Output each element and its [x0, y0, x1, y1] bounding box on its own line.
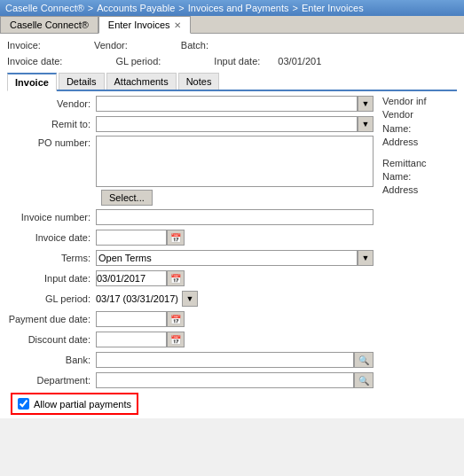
- batch-label: Batch:: [181, 40, 208, 51]
- title-invoices-payments: Invoices and Payments: [188, 3, 289, 13]
- vendor-info-address: Address: [382, 136, 457, 149]
- form-right: Vendor inf Vendor Name: Address Remittan…: [377, 95, 457, 415]
- tab-details[interactable]: Details: [59, 73, 105, 90]
- remit-to-input[interactable]: [96, 116, 358, 132]
- remit-info: Remittanc Name: Address: [382, 157, 457, 198]
- invoice-date-input[interactable]: [96, 230, 167, 246]
- invoice-number-input[interactable]: [96, 209, 374, 225]
- gl-period-value: 03/17 (03/31/2017): [96, 293, 178, 304]
- input-date-input[interactable]: [96, 270, 167, 286]
- discount-date-row: Discount date: 📅: [7, 331, 374, 348]
- vendor-row: Vendor: ▼: [7, 95, 374, 113]
- payment-due-date-input[interactable]: [96, 311, 167, 327]
- remit-info-address: Address: [382, 183, 457, 197]
- vendor-info-name: Name:: [382, 122, 457, 136]
- gl-period-label-info: GL period:: [115, 56, 161, 66]
- select-row: Select...: [7, 190, 374, 206]
- remit-info-name: Name:: [382, 170, 457, 183]
- title-enter-invoices: Enter Invoices: [302, 3, 364, 13]
- tab-caselle-connect[interactable]: Caselle Connect®: [0, 16, 98, 33]
- select-button[interactable]: Select...: [101, 190, 153, 206]
- input-date-row: Input date: 📅: [7, 269, 374, 287]
- payment-due-date-calendar-btn[interactable]: 📅: [167, 311, 185, 327]
- allow-partial-checkbox[interactable]: [18, 398, 29, 410]
- vendor-label: Vendor:: [7, 98, 96, 109]
- vendor-dropdown-btn[interactable]: ▼: [358, 96, 374, 112]
- tab-enter-invoices-label: Enter Invoices: [108, 20, 170, 30]
- remit-to-dropdown-btn[interactable]: ▼: [358, 116, 374, 132]
- department-label: Department:: [7, 375, 96, 386]
- gl-period-field-label: GL period:: [7, 293, 96, 304]
- allow-partial-label: Allow partial payments: [34, 399, 131, 410]
- tab-attachments[interactable]: Attachments: [106, 73, 177, 90]
- input-date-calendar-btn[interactable]: 📅: [167, 270, 185, 286]
- vendor-info-vendor: Vendor: [382, 108, 457, 121]
- invoice-number-row: Invoice number:: [7, 208, 374, 226]
- sep3: >: [293, 3, 298, 13]
- form-area: Vendor: ▼ Remit to: ▼ PO number: Select.…: [7, 95, 457, 415]
- tab-bar: Caselle Connect® Enter Invoices ✕: [0, 16, 464, 34]
- allow-partial-row[interactable]: Allow partial payments: [11, 393, 138, 415]
- terms-row: Terms: Open Terms ▼: [7, 249, 374, 267]
- input-date-label: Input date:: [214, 56, 260, 66]
- sep2: >: [178, 3, 184, 13]
- bank-label: Bank:: [7, 355, 96, 365]
- bank-row: Bank: 🔍: [7, 351, 374, 369]
- po-number-row: PO number:: [7, 136, 374, 187]
- payment-due-date-row: Payment due date: 📅: [7, 310, 374, 328]
- po-number-textarea[interactable]: [96, 136, 374, 187]
- tab-notes[interactable]: Notes: [178, 73, 220, 90]
- tab-enter-invoices[interactable]: Enter Invoices ✕: [98, 16, 191, 34]
- input-date-field-label: Input date:: [7, 273, 96, 284]
- department-input[interactable]: [96, 372, 354, 388]
- invoice-date-label: Invoice date:: [7, 56, 62, 66]
- terms-dropdown-icon[interactable]: ▼: [358, 250, 374, 266]
- payment-due-date-label: Payment due date:: [7, 314, 96, 324]
- tab-invoice[interactable]: Invoice: [7, 73, 57, 91]
- close-icon[interactable]: ✕: [174, 20, 181, 30]
- form-left: Vendor: ▼ Remit to: ▼ PO number: Select.…: [7, 95, 377, 415]
- title-caselle: Caselle Connect®: [5, 3, 84, 13]
- po-number-label: PO number:: [7, 136, 96, 148]
- invoice-date-row: Invoice date: 📅: [7, 229, 374, 246]
- info-row: Invoice: Vendor: Batch:: [7, 37, 457, 53]
- department-search-btn[interactable]: 🔍: [354, 372, 374, 388]
- invoice-number-label: Invoice number:: [7, 212, 96, 222]
- section-tabs: Invoice Details Attachments Notes: [7, 73, 457, 91]
- remit-to-label: Remit to:: [7, 119, 96, 129]
- remit-info-title: Remittanc: [382, 157, 457, 170]
- main-area: Invoice: Vendor: Batch: Invoice date: GL…: [0, 34, 464, 418]
- discount-date-label: Discount date:: [7, 334, 96, 345]
- gl-period-dropdown-btn[interactable]: ▼: [182, 291, 198, 307]
- gl-period-row: GL period: 03/17 (03/31/2017) ▼: [7, 290, 374, 308]
- remit-to-row: Remit to: ▼: [7, 115, 374, 133]
- terms-label: Terms:: [7, 253, 96, 263]
- title-ap: Accounts Payable: [97, 3, 175, 13]
- invoice-label: Invoice:: [7, 40, 41, 51]
- discount-date-calendar-btn[interactable]: 📅: [167, 332, 185, 347]
- vendor-label-info: Vendor:: [94, 40, 128, 51]
- invoice-date-field-label: Invoice date:: [7, 232, 96, 243]
- tab-caselle-label: Caselle Connect®: [10, 20, 89, 30]
- input-date-value: 03/01/201: [278, 56, 321, 66]
- discount-date-input[interactable]: [96, 332, 167, 347]
- bank-search-btn[interactable]: 🔍: [354, 352, 374, 368]
- vendor-input[interactable]: [96, 96, 358, 112]
- vendor-info-title: Vendor inf: [382, 95, 457, 108]
- invoice-date-calendar-btn[interactable]: 📅: [167, 230, 185, 246]
- info-row2: Invoice date: GL period: Input date: 03/…: [7, 53, 457, 69]
- terms-select[interactable]: Open Terms: [96, 250, 358, 266]
- sep1: >: [88, 3, 93, 13]
- vendor-info: Vendor inf Vendor Name: Address: [382, 95, 457, 150]
- department-row: Department: 🔍: [7, 371, 374, 389]
- bank-input[interactable]: [96, 352, 354, 368]
- title-bar: Caselle Connect® > Accounts Payable > In…: [0, 0, 464, 16]
